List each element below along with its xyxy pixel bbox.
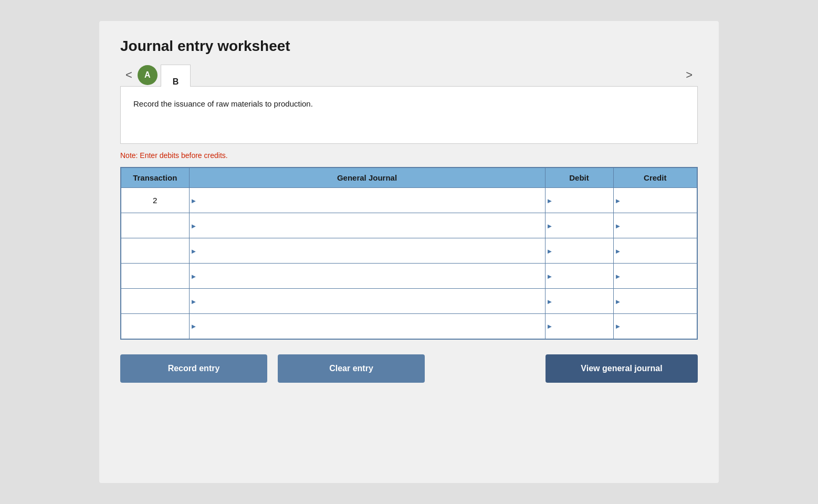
arrow-credit-1: ► [615, 222, 622, 229]
cell-credit-4[interactable]: ► [613, 289, 697, 314]
table-row: ►►► [121, 238, 697, 264]
cell-debit-2[interactable]: ► [545, 238, 613, 264]
cell-credit-2[interactable]: ► [613, 238, 697, 264]
input-journal-5[interactable] [194, 314, 541, 339]
table-header-row: Transaction General Journal Debit Credit [121, 167, 697, 188]
input-debit-0[interactable] [550, 188, 609, 213]
cell-transaction-1 [121, 213, 189, 238]
input-credit-4[interactable] [618, 289, 693, 313]
input-credit-2[interactable] [618, 238, 693, 263]
arrow-journal-0: ► [191, 196, 197, 204]
input-debit-5[interactable] [550, 314, 609, 339]
buttons-row: Record entry Clear entry View general jo… [120, 354, 698, 383]
cell-transaction-0: 2 [121, 188, 189, 213]
clear-entry-button[interactable]: Clear entry [278, 354, 425, 383]
cell-debit-4[interactable]: ► [545, 289, 613, 314]
arrow-credit-2: ► [615, 247, 622, 255]
arrow-debit-3: ► [547, 272, 553, 280]
input-credit-0[interactable] [618, 188, 693, 213]
table-row: ►►► [121, 213, 697, 238]
tabs-row: < A B > [120, 64, 698, 86]
tab-b[interactable]: B [161, 65, 191, 87]
input-journal-1[interactable] [194, 213, 541, 238]
cell-credit-0[interactable]: ► [613, 188, 697, 213]
input-journal-4[interactable] [194, 289, 541, 313]
cell-journal-5[interactable]: ► [189, 314, 545, 339]
arrow-credit-5: ► [615, 322, 622, 330]
cell-transaction-2 [121, 238, 189, 264]
col-header-credit: Credit [613, 167, 697, 188]
cell-transaction-3 [121, 264, 189, 289]
cell-credit-1[interactable]: ► [613, 213, 697, 238]
arrow-journal-2: ► [191, 247, 197, 255]
cell-debit-1[interactable]: ► [545, 213, 613, 238]
table-row: 2►►► [121, 188, 697, 213]
arrow-journal-3: ► [191, 272, 197, 280]
description-text: Record the issuance of raw materials to … [133, 99, 313, 108]
table-body: 2►►►►►►►►►►►►►►►►►► [121, 188, 697, 339]
arrow-credit-3: ► [615, 272, 622, 280]
arrow-journal-1: ► [191, 222, 197, 229]
view-general-journal-button[interactable]: View general journal [546, 354, 698, 383]
arrow-credit-4: ► [615, 297, 622, 305]
nav-left-arrow[interactable]: < [120, 68, 138, 82]
input-credit-3[interactable] [618, 264, 693, 288]
cell-debit-3[interactable]: ► [545, 264, 613, 289]
input-debit-3[interactable] [550, 264, 609, 288]
col-header-general-journal: General Journal [189, 167, 545, 188]
input-debit-1[interactable] [550, 213, 609, 238]
arrow-journal-5: ► [191, 322, 197, 330]
cell-credit-3[interactable]: ► [613, 264, 697, 289]
record-entry-button[interactable]: Record entry [120, 354, 267, 383]
journal-table: Transaction General Journal Debit Credit… [120, 167, 698, 340]
arrow-debit-0: ► [547, 196, 553, 204]
arrow-debit-4: ► [547, 297, 553, 305]
input-journal-3[interactable] [194, 264, 541, 288]
cell-journal-0[interactable]: ► [189, 188, 545, 213]
cell-debit-5[interactable]: ► [545, 314, 613, 339]
col-header-debit: Debit [545, 167, 613, 188]
arrow-debit-1: ► [547, 222, 553, 229]
cell-journal-3[interactable]: ► [189, 264, 545, 289]
cell-transaction-4 [121, 289, 189, 314]
input-journal-0[interactable] [194, 188, 541, 213]
table-row: ►►► [121, 289, 697, 314]
page-title: Journal entry worksheet [120, 38, 698, 55]
nav-right-arrow[interactable]: > [680, 68, 698, 82]
cell-transaction-5 [121, 314, 189, 339]
input-journal-2[interactable] [194, 238, 541, 263]
table-row: ►►► [121, 264, 697, 289]
description-box: Record the issuance of raw materials to … [120, 86, 698, 144]
tab-a[interactable]: A [138, 65, 158, 85]
cell-debit-0[interactable]: ► [545, 188, 613, 213]
input-credit-5[interactable] [618, 314, 693, 339]
cell-journal-2[interactable]: ► [189, 238, 545, 264]
main-container: Journal entry worksheet < A B > Record t… [99, 21, 719, 483]
input-debit-2[interactable] [550, 238, 609, 263]
arrow-debit-5: ► [547, 322, 553, 330]
col-header-transaction: Transaction [121, 167, 189, 188]
arrow-credit-0: ► [615, 196, 622, 204]
cell-credit-5[interactable]: ► [613, 314, 697, 339]
input-credit-1[interactable] [618, 213, 693, 238]
input-debit-4[interactable] [550, 289, 609, 313]
arrow-journal-4: ► [191, 297, 197, 305]
cell-journal-1[interactable]: ► [189, 213, 545, 238]
arrow-debit-2: ► [547, 247, 553, 255]
note-text: Note: Enter debits before credits. [120, 151, 698, 160]
cell-journal-4[interactable]: ► [189, 289, 545, 314]
table-row: ►►► [121, 314, 697, 339]
